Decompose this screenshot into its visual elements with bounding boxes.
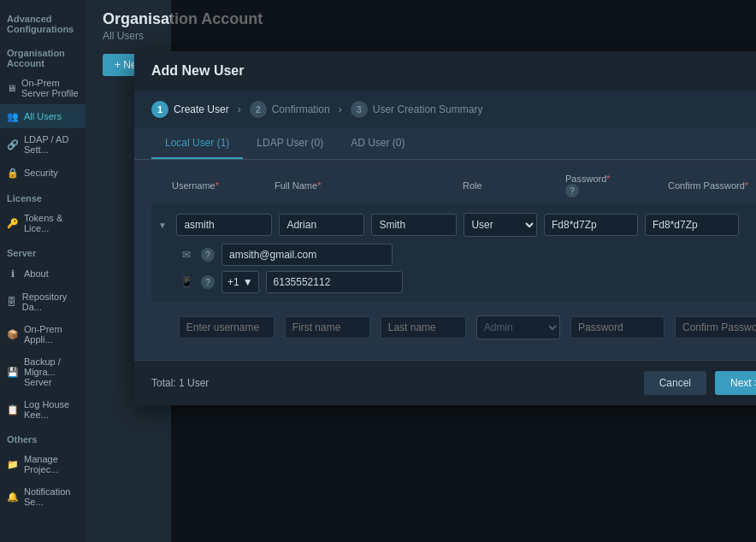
sidebar-item-on-prem-server[interactable]: 🖥 On-Prem Server Profile — [0, 72, 86, 104]
sidebar-app-title: Advanced Configurations — [0, 9, 86, 39]
email-icon: ✉ — [179, 247, 194, 262]
sidebar-item-label: Log House Kee... — [24, 399, 79, 420]
lock-icon: 🔒 — [7, 167, 19, 179]
col-header-password: Password* ? — [565, 174, 668, 197]
sidebar-item-label: All Users — [24, 111, 62, 121]
form-area: Username* Full Name* Role Password* ? Co… — [134, 160, 756, 360]
sidebar-item-label: Tokens & Lice... — [24, 213, 79, 233]
steps-bar: 1 Create User › 2 Confirmation › 3 User … — [134, 91, 756, 128]
ldap-icon: 🔗 — [7, 138, 19, 150]
confirm-password-input[interactable] — [645, 214, 739, 236]
backup-icon: 💾 — [7, 366, 19, 378]
firstname-input[interactable] — [279, 214, 364, 236]
sidebar-item-label: Notification Se... — [24, 486, 79, 507]
empty-lastname-input[interactable] — [381, 316, 466, 339]
sidebar-item-security[interactable]: 🔒 Security — [0, 161, 86, 185]
phone-row: 📱 ? +1 ▼ — [179, 271, 756, 293]
log-icon: 📋 — [7, 404, 19, 415]
sidebar-license-group: License — [0, 185, 86, 207]
package-icon: 📦 — [7, 328, 19, 340]
sidebar-item-label: LDAP / AD Sett... — [24, 134, 79, 155]
empty-username-input[interactable] — [179, 316, 275, 339]
info-icon: ℹ — [7, 268, 19, 280]
phone-input[interactable] — [266, 271, 403, 293]
col-header-role: Role — [463, 180, 565, 191]
modal-overlay: Add New User 1 Create User › 2 Confirmat… — [171, 0, 756, 542]
main-content: Organisation Account All Users + New Use… — [86, 0, 756, 542]
empty-firstname-input[interactable] — [285, 316, 370, 339]
col-header-fullname: Full Name* — [275, 180, 463, 191]
email-help-icon[interactable]: ? — [201, 248, 215, 262]
modal-header: Add New User — [134, 51, 756, 91]
sidebar-item-tokens[interactable]: 🔑 Tokens & Lice... — [0, 207, 86, 239]
email-row: ✉ ? — [179, 244, 756, 266]
user-row: ▼ User Admin ✕ — [151, 204, 756, 302]
step-1: 1 Create User — [151, 101, 229, 118]
delete-user-button[interactable]: ✕ — [751, 217, 756, 233]
sidebar-item-on-prem-app[interactable]: 📦 On-Prem Appli... — [0, 318, 86, 351]
sidebar-item-label: On-Prem Appli... — [24, 324, 79, 345]
sidebar-item-label: About — [24, 268, 49, 279]
folder-icon: 📁 — [7, 458, 19, 470]
step-3-label: User Creation Summary — [373, 103, 483, 115]
phone-prefix-selector[interactable]: +1 ▼ — [221, 271, 259, 293]
step-arrow-1: › — [238, 103, 241, 115]
users-icon: 👥 — [7, 110, 19, 122]
database-icon: 🗄 — [7, 296, 17, 308]
step-3: 3 User Creation Summary — [351, 101, 483, 118]
col-header-confirm: Confirm Password* — [668, 180, 756, 191]
empty-role-select[interactable]: Admin User — [476, 315, 560, 339]
sidebar-item-notification[interactable]: 🔔 Notification Se... — [0, 480, 86, 513]
step-2-label: Confirmation — [272, 103, 330, 115]
step-2-circle: 2 — [250, 101, 267, 118]
step-1-circle: 1 — [151, 101, 168, 118]
username-input[interactable] — [176, 214, 272, 236]
sidebar-item-repository[interactable]: 🗄 Repository Da... — [0, 286, 86, 318]
sidebar-item-log-house[interactable]: 📋 Log House Kee... — [0, 393, 86, 426]
sidebar-item-ldap-ad[interactable]: 🔗 LDAP / AD Sett... — [0, 128, 86, 161]
step-1-label: Create User — [174, 103, 229, 115]
step-2: 2 Confirmation — [250, 101, 330, 118]
step-arrow-2: › — [339, 103, 342, 115]
tab-local-user[interactable]: Local User (1) — [151, 128, 243, 159]
phone-prefix-chevron: ▼ — [243, 276, 253, 288]
sidebar-item-label: Security — [24, 168, 58, 178]
bell-icon: 🔔 — [7, 491, 19, 503]
key-icon: 🔑 — [7, 217, 19, 229]
server-icon: 🖥 — [7, 82, 16, 94]
sidebar-others-group: Others — [0, 426, 86, 448]
empty-user-row: Admin User — [151, 309, 756, 346]
phone-help-icon[interactable]: ? — [201, 275, 215, 289]
step-3-circle: 3 — [351, 101, 368, 118]
footer-total-label: Total: 1 User — [151, 377, 209, 389]
sidebar-item-about[interactable]: ℹ About — [0, 262, 86, 286]
expand-icon[interactable]: ▼ — [158, 221, 169, 230]
sidebar-item-manage-proj[interactable]: 📁 Manage Projec... — [0, 448, 86, 480]
sidebar-item-label: On-Prem Server Profile — [21, 78, 79, 98]
sidebar-server-group: Server — [0, 239, 86, 262]
sidebar-item-all-users[interactable]: 👥 All Users — [0, 104, 86, 128]
cancel-button[interactable]: Cancel — [644, 371, 706, 395]
col-header-username: Username* — [172, 180, 275, 191]
form-column-headers: Username* Full Name* Role Password* ? Co… — [151, 174, 756, 197]
sidebar-item-label: Repository Da... — [22, 292, 79, 312]
phone-prefix-value: +1 — [227, 276, 239, 288]
add-user-modal: Add New User 1 Create User › 2 Confirmat… — [134, 51, 756, 405]
tab-ldap-user[interactable]: LDAP User (0) — [243, 128, 337, 159]
empty-password-input[interactable] — [570, 316, 664, 339]
role-select[interactable]: User Admin — [464, 213, 537, 237]
sidebar-item-label: Manage Projec... — [24, 454, 79, 474]
phone-icon: 📱 — [179, 274, 194, 290]
next-button[interactable]: Next > — [715, 371, 756, 395]
email-input[interactable] — [221, 244, 393, 266]
password-input[interactable] — [544, 214, 638, 236]
tab-ad-user[interactable]: AD User (0) — [337, 128, 418, 159]
sidebar-item-backup[interactable]: 💾 Backup / Migra... Server — [0, 351, 86, 393]
user-tabs: Local User (1) LDAP User (0) AD User (0) — [134, 128, 756, 160]
password-help-icon[interactable]: ? — [565, 184, 579, 197]
lastname-input[interactable] — [371, 214, 457, 236]
sidebar-org-group: Organisation Account — [0, 39, 86, 72]
modal-footer: Total: 1 User Cancel Next > — [134, 360, 756, 405]
empty-confirm-input[interactable] — [675, 316, 756, 339]
sidebar: Advanced Configurations Organisation Acc… — [0, 0, 86, 542]
